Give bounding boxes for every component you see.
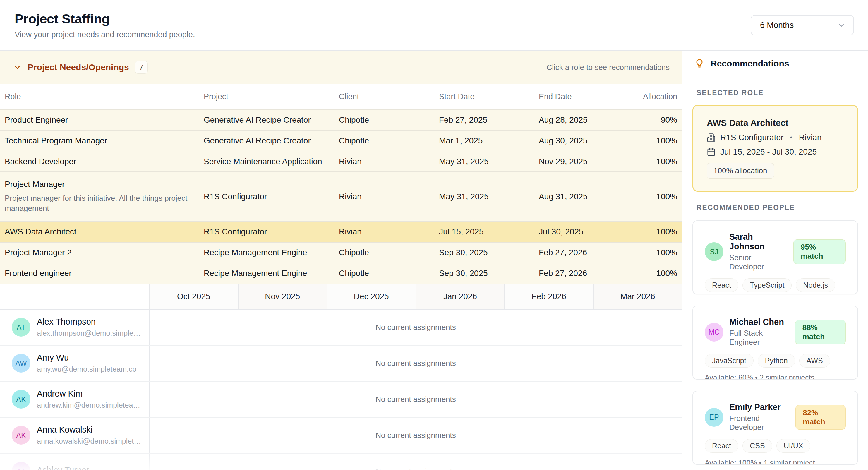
timeline-month: Jan 2026 [415,284,504,309]
column-header-start-date: Start Date [439,92,539,101]
role-row-selected[interactable]: AWS Data Architect R1S Configurator Rivi… [0,222,682,243]
selected-role-card: AWS Data Architect R1S Configurator • Ri… [692,105,858,192]
person-row[interactable]: AW Amy Wu amy.wu@demo.simpleteam.co No c… [0,346,682,382]
timeline-month: Feb 2026 [504,284,593,309]
avatar: AK [12,426,30,444]
assignment-status: No current assignments [375,395,456,404]
column-header-end-date: End Date [539,92,626,101]
skill-tag: JavaScript [705,354,753,368]
content-split: Project Needs/Openings 7 Click a role to… [0,51,868,470]
recommended-person-card[interactable]: EP Emily Parker Frontend Developer 82% m… [692,391,858,465]
lightbulb-icon [694,58,705,69]
role-description: Project manager for this initiative. All… [5,193,198,214]
timeline-month-header: Oct 2025 Nov 2025 Dec 2025 Jan 2026 Feb … [0,284,682,310]
person-name: Alex Thompson [37,317,141,326]
timeline-month: Mar 2026 [593,284,682,309]
selected-role-name: AWS Data Architect [707,118,844,128]
calendar-icon [707,148,716,156]
needs-count-badge: 7 [135,61,148,74]
selected-role-client: Rivian [799,133,822,142]
allocation-badge: 100% allocation [707,163,774,179]
person-name: Sarah Johnson [729,232,787,251]
column-header-allocation: Allocation [626,92,677,101]
separator-dot: • [790,133,792,142]
skill-tag: React [705,439,738,453]
person-timeline: No current assignments [149,418,682,453]
availability-text: Available: 60% • 2 similar projects [705,373,846,380]
skill-tag: AWS [799,354,830,368]
person-email: andrew.kim@demo.simpletea… [37,401,140,409]
person-title: Senior Developer [729,253,787,271]
person-email: alex.thompson@demo.simple… [37,329,141,338]
needs-table-header: Role Project Client Start Date End Date … [0,84,682,110]
person-row[interactable]: AK Anna Kowalski anna.kowalski@demo.simp… [0,418,682,453]
role-row[interactable]: Project Manager Project manager for this… [0,172,682,222]
skill-tag: UI/UX [776,439,811,453]
person-timeline: No current assignments [149,382,682,417]
role-row[interactable]: Product Engineer Generative AI Recipe Cr… [0,110,682,130]
selected-role-dates: Jul 15, 2025 - Jul 30, 2025 [720,147,817,157]
page-title: Project Staffing [14,11,195,27]
assignment-status: No current assignments [375,467,456,470]
skill-tag: CSS [742,439,772,453]
role-row[interactable]: Frontend engineer Recipe Management Engi… [0,263,682,284]
page-header: Project Staffing View your project needs… [0,0,868,51]
match-badge: 88% match [795,320,846,344]
timeline-month: Oct 2025 [149,284,238,309]
avatar: SJ [705,242,723,261]
selected-role-label: SELECTED ROLE [696,89,858,97]
avatar: MC [705,323,723,342]
person-email: anna.kowalski@demo.simplet… [37,437,141,445]
recommended-people-label: RECOMMENDED PEOPLE [696,203,858,212]
person-name: Ashley Turner [37,465,89,470]
person-timeline: No current assignments [149,310,682,345]
building-icon [707,133,716,142]
person-timeline: No current assignments [149,346,682,381]
recommendations-panel: Recommendations SELECTED ROLE AWS Data A… [682,51,868,470]
skill-tag: Node.js [796,278,835,292]
needs-hint-text: Click a role to see recommendations [547,63,670,72]
person-row[interactable]: AK Andrew Kim andrew.kim@demo.simpletea…… [0,382,682,418]
column-header-role: Role [5,92,204,101]
timeline-spacer [0,284,149,309]
avatar: AT [12,462,30,470]
person-row[interactable]: AT Ashley Turner No current assignments [0,453,682,470]
person-email: amy.wu@demo.simpleteam.co [37,365,136,373]
timeline-month: Dec 2025 [327,284,415,309]
timeline-month: Nov 2025 [238,284,327,309]
project-needs-section: Project Needs/Openings 7 Click a role to… [0,51,682,284]
person-title: Frontend Developer [729,414,789,432]
person-timeline: No current assignments [149,453,682,470]
person-name: Anna Kowalski [37,425,141,435]
chevron-down-icon[interactable] [13,63,22,72]
column-header-client: Client [339,92,439,101]
person-name: Amy Wu [37,353,136,363]
assignment-status: No current assignments [375,431,456,440]
availability-text: Available: 100% • 1 similar project [705,459,846,465]
role-row[interactable]: Technical Program Manager Generative AI … [0,130,682,151]
skill-tag: Python [758,354,795,368]
page-subtitle: View your project needs and recommended … [14,30,195,39]
selected-role-project: R1S Configurator [720,133,783,142]
role-row[interactable]: Project Manager 2 Recipe Management Engi… [0,243,682,263]
avatar: AW [12,354,30,373]
person-name: Emily Parker [729,402,789,412]
recommended-person-card[interactable]: MC Michael Chen Full Stack Engineer 88% … [692,306,858,380]
section-title: Project Needs/Openings [28,62,129,72]
chevron-down-icon [837,21,846,30]
match-badge: 82% match [796,405,846,430]
person-name: Andrew Kim [37,389,140,399]
role-row[interactable]: Backend Developer Service Maintenance Ap… [0,151,682,172]
assignment-status: No current assignments [375,323,456,332]
time-range-select[interactable]: 6 Months [751,15,854,35]
person-name: Michael Chen [729,317,789,327]
project-staffing-app: Project Staffing View your project needs… [0,0,868,470]
time-range-value: 6 Months [760,21,794,30]
avatar: AT [12,318,30,337]
person-row[interactable]: AT Alex Thompson alex.thompson@demo.simp… [0,310,682,346]
avatar: AK [12,390,30,409]
recommended-person-card[interactable]: SJ Sarah Johnson Senior Developer 95% ma… [692,220,858,294]
assignment-status: No current assignments [375,359,456,368]
project-needs-header[interactable]: Project Needs/Openings 7 Click a role to… [0,51,682,84]
staffing-main: Project Needs/Openings 7 Click a role to… [0,51,682,470]
